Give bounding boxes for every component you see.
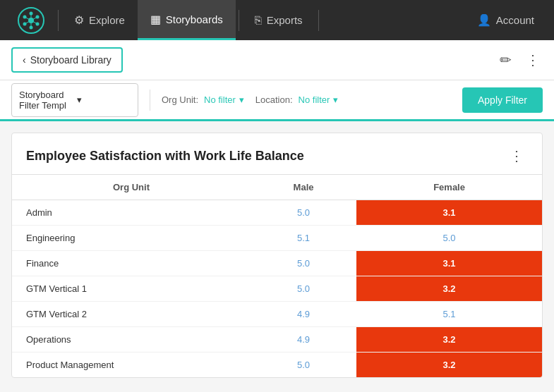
table-header-row: Org Unit Male Female [12, 175, 542, 200]
table-row: Engineering5.15.0 [12, 226, 542, 251]
nav-item-exports[interactable]: ⎘ Exports [242, 0, 315, 40]
edit-button[interactable]: ✏ [497, 49, 514, 71]
template-select-label: Storyboard Filter Templ [19, 90, 73, 111]
nav-item-explore-label: Explore [89, 14, 125, 26]
logo[interactable] [7, 6, 55, 35]
table-row: Finance5.03.1 [12, 251, 542, 276]
location-chevron-icon: ▾ [333, 94, 338, 105]
nav-divider-1 [58, 10, 59, 31]
cell-male: 5.0 [251, 276, 356, 302]
cell-org-unit: GTM Vertical 1 [12, 276, 251, 302]
storyboards-icon: ▦ [150, 13, 161, 26]
cell-female: 3.1 [356, 200, 542, 226]
card-title: Employee Satisfaction with Work Life Bal… [26, 149, 304, 164]
cell-male: 5.0 [251, 200, 356, 226]
nav-item-storyboards[interactable]: ▦ Storyboards [138, 0, 236, 40]
nav-divider-2 [239, 10, 239, 31]
cell-org-unit: Operations [12, 327, 251, 353]
data-table: Org Unit Male Female Admin5.03.1Engineer… [12, 175, 542, 377]
location-filter: Location: No filter ▾ [255, 94, 339, 105]
filter-divider [150, 90, 150, 111]
table-row: Product Management5.03.2 [12, 353, 542, 378]
main-content: Employee Satisfaction with Work Life Bal… [0, 121, 554, 389]
table-head: Org Unit Male Female [12, 175, 542, 200]
top-nav: ⚙ Explore ▦ Storyboards ⎘ Exports 👤 Acco… [0, 0, 554, 40]
nav-item-account[interactable]: 👤 Account [464, 0, 547, 40]
cell-female: 5.0 [356, 226, 542, 251]
cell-male: 4.9 [251, 302, 356, 327]
col-header-org-unit: Org Unit [12, 175, 251, 200]
card-header: Employee Satisfaction with Work Life Bal… [12, 133, 542, 175]
location-value: No filter [299, 94, 330, 105]
logo-icon [17, 6, 45, 35]
cell-female: 3.2 [356, 276, 542, 302]
account-icon: 👤 [477, 13, 491, 27]
edit-icon: ✏ [500, 52, 512, 68]
back-arrow-icon: ‹ [23, 54, 26, 66]
explore-icon: ⚙ [74, 13, 84, 27]
cell-male: 5.0 [251, 353, 356, 378]
cell-male: 5.0 [251, 251, 356, 276]
nav-divider-3 [318, 10, 319, 31]
template-chevron-icon: ▾ [77, 94, 131, 105]
org-unit-label: Org Unit: [162, 94, 198, 105]
exports-icon: ⎘ [255, 14, 262, 27]
org-unit-chevron-icon: ▾ [239, 94, 244, 105]
cell-female: 3.2 [356, 327, 542, 353]
more-options-button[interactable]: ⋮ [523, 49, 543, 71]
template-select[interactable]: Storyboard Filter Templ ▾ [11, 83, 138, 117]
sub-header: ‹ Storyboard Library ✏ ⋮ [0, 40, 554, 80]
satisfaction-card: Employee Satisfaction with Work Life Bal… [11, 133, 543, 378]
col-header-female: Female [356, 175, 542, 200]
cell-female: 3.2 [356, 353, 542, 378]
col-header-male: Male [251, 175, 356, 200]
nav-item-storyboards-label: Storyboards [166, 13, 223, 25]
table-row: Operations4.93.2 [12, 327, 542, 353]
cell-org-unit: GTM Vertical 2 [12, 302, 251, 327]
cell-male: 5.1 [251, 226, 356, 251]
table-body: Admin5.03.1Engineering5.15.0Finance5.03.… [12, 200, 542, 378]
back-button-label: Storyboard Library [30, 54, 112, 66]
location-dropdown[interactable]: No filter ▾ [299, 94, 339, 105]
nav-item-explore[interactable]: ⚙ Explore [61, 0, 138, 40]
table-row: GTM Vertical 24.95.1 [12, 302, 542, 327]
cell-org-unit: Finance [12, 251, 251, 276]
location-label: Location: [255, 94, 293, 105]
card-more-button[interactable]: ⋮ [505, 146, 528, 166]
table-row: GTM Vertical 15.03.2 [12, 276, 542, 302]
more-icon: ⋮ [526, 52, 540, 68]
org-unit-value: No filter [204, 94, 236, 105]
apply-filter-button[interactable]: Apply Filter [462, 87, 543, 113]
table-row: Admin5.03.1 [12, 200, 542, 226]
cell-org-unit: Admin [12, 200, 251, 226]
cell-male: 4.9 [251, 327, 356, 353]
cell-org-unit: Engineering [12, 226, 251, 251]
card-more-icon: ⋮ [510, 148, 524, 164]
back-button[interactable]: ‹ Storyboard Library [11, 47, 123, 73]
sub-header-actions: ✏ ⋮ [497, 49, 543, 71]
cell-org-unit: Product Management [12, 353, 251, 378]
filter-bar: Storyboard Filter Templ ▾ Org Unit: No f… [0, 80, 554, 121]
cell-female: 3.1 [356, 251, 542, 276]
org-unit-filter: Org Unit: No filter ▾ [162, 94, 244, 105]
nav-item-account-label: Account [496, 14, 534, 26]
cell-female: 5.1 [356, 302, 542, 327]
org-unit-dropdown[interactable]: No filter ▾ [204, 94, 244, 105]
nav-item-exports-label: Exports [267, 14, 303, 26]
